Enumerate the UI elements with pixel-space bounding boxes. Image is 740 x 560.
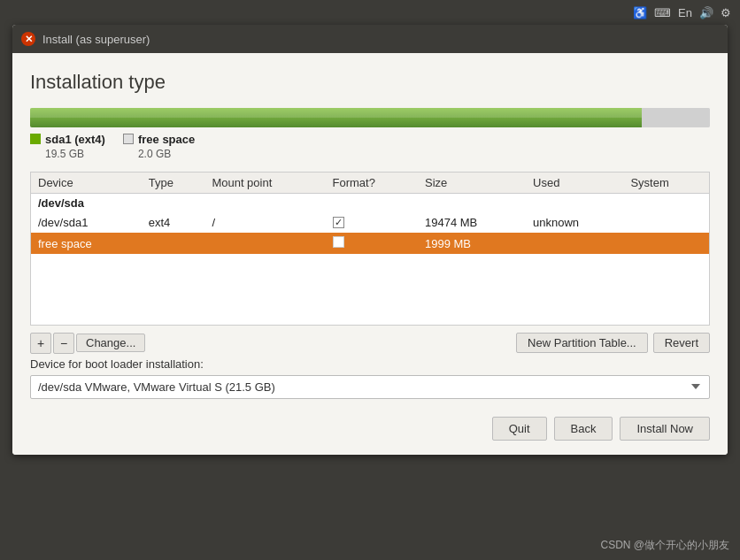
spacer-row bbox=[31, 307, 710, 325]
free-format-checkbox[interactable] bbox=[333, 236, 344, 248]
add-partition-button[interactable]: + bbox=[30, 333, 51, 354]
keyboard-icon[interactable]: ⌨ bbox=[654, 6, 671, 19]
legend-label-free: free space bbox=[138, 133, 195, 148]
spacer-row bbox=[31, 289, 710, 307]
quit-button[interactable]: Quit bbox=[492, 417, 547, 441]
legend-label-sda1: sda1 (ext4) bbox=[45, 133, 105, 148]
window-title: Install (as superuser) bbox=[42, 33, 150, 46]
spacer-row bbox=[31, 254, 710, 272]
volume-icon[interactable]: 🔊 bbox=[699, 6, 713, 19]
table-row[interactable]: /dev/sda1 ext4 / 19474 MB unknown bbox=[31, 212, 710, 233]
back-button[interactable]: Back bbox=[554, 417, 613, 441]
cell-free-mount bbox=[204, 233, 325, 254]
boot-loader-select[interactable]: /dev/sda VMware, VMware Virtual S (21.5 … bbox=[30, 375, 710, 399]
legend-size-free: 2.0 GB bbox=[138, 148, 195, 162]
right-action-buttons: New Partition Table... Revert bbox=[516, 333, 710, 353]
disk-bar-container bbox=[30, 108, 710, 127]
top-bar: ♿ ⌨ En 🔊 ⚙ bbox=[0, 0, 740, 25]
col-mount: Mount point bbox=[204, 173, 325, 194]
cell-free-size: 1999 MB bbox=[418, 233, 526, 254]
partition-actions: + − Change... New Partition Table... Rev… bbox=[30, 333, 710, 354]
new-partition-table-button[interactable]: New Partition Table... bbox=[516, 333, 648, 353]
disk-bar-used bbox=[30, 108, 642, 127]
cell-type: ext4 bbox=[142, 212, 205, 233]
cell-free-used bbox=[526, 233, 623, 254]
settings-icon[interactable]: ⚙ bbox=[721, 6, 731, 19]
close-button[interactable]: ✕ bbox=[21, 32, 35, 46]
col-size: Size bbox=[418, 173, 526, 194]
watermark: CSDN @做个开心的小朋友 bbox=[600, 538, 729, 553]
main-window: ✕ Install (as superuser) Installation ty… bbox=[12, 25, 728, 455]
col-system: System bbox=[623, 173, 709, 194]
legend-free: free space 2.0 GB bbox=[123, 133, 195, 161]
change-partition-button[interactable]: Change... bbox=[76, 334, 145, 352]
page-title: Installation type bbox=[30, 71, 710, 94]
partition-table: Device Type Mount point Format? Size Use… bbox=[30, 172, 710, 326]
legend-color-free bbox=[123, 134, 134, 144]
table-row: /dev/sda bbox=[31, 194, 710, 213]
boot-loader-label: Device for boot loader installation: bbox=[30, 357, 710, 371]
col-format: Format? bbox=[326, 173, 418, 194]
disk-legend: sda1 (ext4) 19.5 GB free space 2.0 GB bbox=[30, 133, 710, 161]
col-type: Type bbox=[142, 173, 205, 194]
cell-free-device: free space bbox=[31, 233, 142, 254]
content-area: Installation type sda1 (ext4) 19.5 GB fr… bbox=[12, 53, 728, 455]
col-used: Used bbox=[526, 173, 623, 194]
cell-system bbox=[623, 212, 709, 233]
disk-bar-free bbox=[642, 108, 710, 127]
accessibility-icon[interactable]: ♿ bbox=[633, 6, 647, 19]
cell-size: 19474 MB bbox=[418, 212, 526, 233]
legend-sda1: sda1 (ext4) 19.5 GB bbox=[30, 133, 105, 161]
cell-device: /dev/sda1 bbox=[31, 212, 142, 233]
table-row[interactable]: free space 1999 MB bbox=[31, 233, 710, 254]
cell-format[interactable] bbox=[326, 212, 418, 233]
remove-partition-button[interactable]: − bbox=[53, 333, 74, 354]
device-name: /dev/sda bbox=[31, 194, 710, 213]
revert-button[interactable]: Revert bbox=[653, 333, 710, 353]
legend-color-sda1 bbox=[30, 134, 41, 144]
disk-bar bbox=[30, 108, 710, 127]
cell-used: unknown bbox=[526, 212, 623, 233]
title-bar: ✕ Install (as superuser) bbox=[12, 25, 728, 53]
spacer-row bbox=[31, 272, 710, 289]
format-checkbox[interactable] bbox=[333, 217, 344, 228]
cell-free-format[interactable] bbox=[326, 233, 418, 254]
language-icon[interactable]: En bbox=[678, 6, 692, 19]
cell-free-system bbox=[623, 233, 709, 254]
cell-free-type bbox=[142, 233, 205, 254]
cell-mount: / bbox=[204, 212, 325, 233]
legend-size-sda1: 19.5 GB bbox=[45, 148, 105, 162]
install-now-button[interactable]: Install Now bbox=[620, 417, 710, 441]
col-device: Device bbox=[31, 173, 142, 194]
bottom-nav: Quit Back Install Now bbox=[30, 411, 710, 441]
